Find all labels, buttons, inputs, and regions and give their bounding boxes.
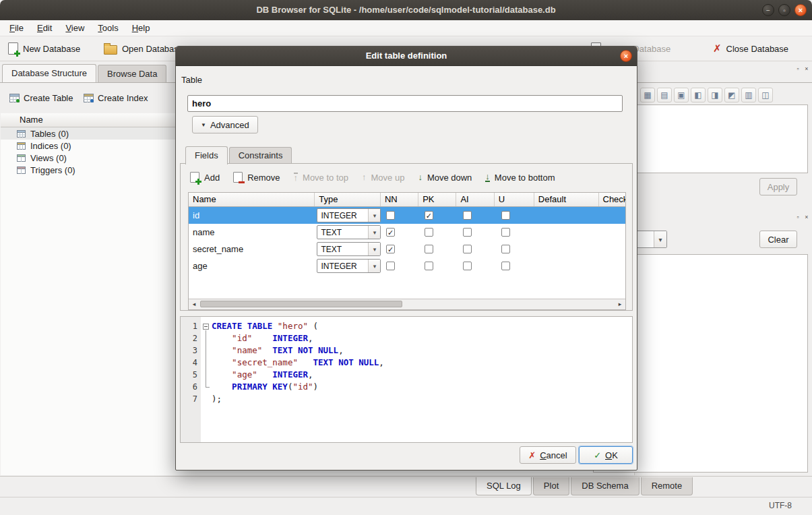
- ai-checkbox[interactable]: [463, 245, 472, 253]
- column-header-default[interactable]: Default: [534, 193, 599, 206]
- default-cell[interactable]: [538, 224, 603, 241]
- tab-fields[interactable]: Fields: [185, 146, 228, 164]
- column-header-name[interactable]: Name: [189, 193, 315, 206]
- minimize-button[interactable]: −: [762, 4, 774, 16]
- scroll-right-icon[interactable]: ▸: [615, 299, 625, 309]
- horizontal-scrollbar[interactable]: ◂ ▸: [189, 299, 625, 309]
- toolbar-icon[interactable]: ◨: [708, 88, 722, 102]
- toolbar-icon[interactable]: ▤: [657, 88, 672, 102]
- tab-constraints[interactable]: Constraints: [229, 147, 292, 164]
- cancel-button[interactable]: ✗ Cancel: [520, 446, 576, 464]
- pk-checkbox[interactable]: [425, 262, 433, 270]
- column-header-ai[interactable]: AI: [456, 193, 494, 206]
- type-combobox[interactable]: INTEGER▾: [317, 208, 381, 222]
- u-checkbox[interactable]: [501, 262, 510, 270]
- ok-label: OK: [605, 450, 618, 460]
- type-combobox[interactable]: TEXT▾: [317, 225, 381, 239]
- create-index-button[interactable]: Create Index: [80, 90, 152, 106]
- tab-db-schema[interactable]: DB Schema: [571, 477, 639, 495]
- field-row-id[interactable]: id INTEGER▾ ✓: [189, 207, 625, 224]
- check-cell[interactable]: [603, 224, 625, 241]
- table-name-input[interactable]: [187, 95, 623, 112]
- column-header-type[interactable]: Type: [315, 193, 381, 206]
- menu-help[interactable]: Help: [125, 20, 157, 36]
- move-to-bottom-button[interactable]: ↓ Move to bottom: [485, 173, 555, 183]
- ai-checkbox[interactable]: [463, 211, 472, 220]
- field-row-name[interactable]: name TEXT▾ ✓: [189, 224, 625, 241]
- default-cell[interactable]: [538, 241, 603, 258]
- column-header-u[interactable]: U: [495, 193, 534, 206]
- toolbar-icon[interactable]: ▦: [640, 88, 655, 102]
- column-header-nn[interactable]: NN: [381, 193, 418, 206]
- ai-checkbox[interactable]: [463, 262, 472, 270]
- check-cell[interactable]: [603, 258, 625, 274]
- ai-checkbox[interactable]: [463, 228, 472, 237]
- nn-checkbox[interactable]: [386, 262, 395, 270]
- toolbar-icon[interactable]: ▥: [741, 88, 756, 102]
- u-checkbox[interactable]: [501, 245, 510, 253]
- clear-button[interactable]: Clear: [759, 231, 797, 248]
- move-down-button[interactable]: ↓ Move down: [418, 173, 472, 183]
- pk-checkbox[interactable]: ✓: [425, 211, 433, 220]
- dialog-titlebar[interactable]: Edit table definition ×: [176, 47, 637, 66]
- ok-icon: ✓: [594, 450, 601, 460]
- scroll-left-icon[interactable]: ◂: [189, 299, 199, 309]
- create-table-button[interactable]: Create Table: [5, 90, 77, 106]
- type-combobox[interactable]: TEXT▾: [317, 242, 381, 256]
- pk-checkbox[interactable]: [425, 245, 433, 253]
- dock-float-button[interactable]: ▫: [794, 65, 802, 73]
- field-name-cell[interactable]: id: [189, 207, 316, 224]
- window-close-button[interactable]: ×: [794, 4, 807, 16]
- toolbar-icon[interactable]: ◩: [724, 88, 739, 102]
- pk-checkbox[interactable]: [425, 228, 433, 237]
- toolbar-icon[interactable]: ▣: [674, 88, 689, 102]
- column-header-check[interactable]: Check: [599, 193, 625, 206]
- fold-collapse-icon[interactable]: [203, 324, 209, 330]
- tab-browse-data[interactable]: Browse Data: [98, 65, 166, 83]
- dock-float-icon: ▫: [797, 65, 799, 72]
- default-cell[interactable]: [538, 207, 603, 224]
- check-cell[interactable]: [603, 207, 625, 224]
- close-database-button[interactable]: ✗ Close Database: [709, 39, 792, 58]
- menu-edit[interactable]: Edit: [30, 20, 59, 36]
- tab-sql-log[interactable]: SQL Log: [476, 477, 532, 495]
- field-name-cell[interactable]: age: [189, 258, 316, 274]
- dock-float-button[interactable]: ▫: [794, 213, 802, 221]
- menu-view[interactable]: View: [59, 20, 91, 36]
- scrollbar-thumb[interactable]: [200, 301, 402, 307]
- toolbar-icon[interactable]: ◧: [691, 88, 706, 102]
- maximize-button[interactable]: ▫: [778, 4, 790, 16]
- toolbar-icon-glyph: ◧: [694, 90, 701, 100]
- toolbar-icon[interactable]: ◫: [758, 88, 773, 102]
- remove-field-button[interactable]: Remove: [233, 172, 280, 183]
- tab-plot[interactable]: Plot: [533, 477, 569, 495]
- open-database-button[interactable]: Open Database: [100, 39, 187, 58]
- field-row-secret-name[interactable]: secret_name TEXT▾ ✓: [189, 241, 625, 258]
- ok-button[interactable]: ✓ OK: [579, 446, 633, 464]
- u-checkbox[interactable]: [501, 228, 510, 237]
- field-name-cell[interactable]: secret_name: [189, 241, 316, 258]
- dock-close-button[interactable]: ×: [803, 213, 811, 221]
- tab-remote[interactable]: Remote: [641, 477, 693, 495]
- check-cell[interactable]: [603, 241, 625, 258]
- u-checkbox[interactable]: [501, 211, 510, 220]
- advanced-toggle-button[interactable]: ▼ Advanced: [192, 116, 258, 133]
- field-row-age[interactable]: age INTEGER▾: [189, 258, 625, 274]
- dock-close-button[interactable]: ×: [803, 65, 811, 73]
- nn-checkbox[interactable]: ✓: [386, 228, 395, 237]
- type-combobox[interactable]: INTEGER▾: [317, 259, 381, 273]
- sql-preview[interactable]: 1234567 CREATE TABLE "hero" ( "id" INTEG…: [180, 316, 633, 443]
- dialog-close-button[interactable]: ×: [620, 50, 632, 62]
- new-database-button[interactable]: New Database: [4, 39, 84, 58]
- tab-database-structure[interactable]: Database Structure: [2, 64, 96, 83]
- menu-file[interactable]: File: [3, 20, 30, 36]
- window-controls: − ▫ ×: [762, 4, 807, 16]
- dock-close-icon: ×: [805, 65, 808, 72]
- nn-checkbox[interactable]: [386, 211, 395, 220]
- field-name-cell[interactable]: name: [189, 224, 316, 241]
- column-header-pk[interactable]: PK: [418, 193, 456, 206]
- add-field-button[interactable]: Add: [190, 172, 220, 183]
- menu-tools[interactable]: Tools: [91, 20, 125, 36]
- default-cell[interactable]: [538, 258, 603, 274]
- nn-checkbox[interactable]: ✓: [386, 245, 395, 253]
